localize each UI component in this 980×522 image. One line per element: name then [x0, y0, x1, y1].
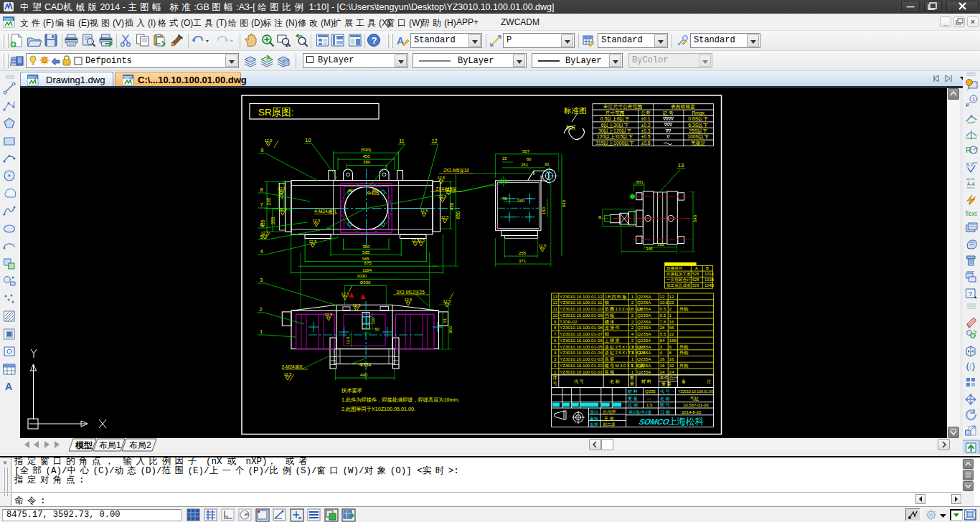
svg-text:16: 16 — [669, 319, 674, 324]
svg-text:540: 540 — [561, 199, 566, 207]
svg-text:记 号: 记 号 — [662, 110, 674, 115]
svg-text:刘二多: 刘二多 — [603, 422, 616, 427]
svg-text:A: A — [5, 381, 12, 392]
svg-text:6: 6 — [554, 338, 557, 343]
svg-text:Q235A: Q235A — [637, 319, 651, 324]
svg-text:重 量: 重 量 — [627, 396, 638, 401]
svg-text:重: 重 — [629, 375, 634, 380]
svg-text:12.5: 12.5 — [308, 239, 316, 244]
svg-text:3: 3 — [631, 306, 634, 311]
svg-text:12.5: 12.5 — [420, 209, 428, 213]
svg-text:2: 2 — [631, 300, 634, 305]
svg-text:16: 16 — [660, 356, 665, 361]
svg-text:2: 2 — [669, 306, 672, 311]
svg-text:批准: 批准 — [590, 422, 598, 427]
svg-text:10.8: 10.8 — [660, 300, 669, 305]
svg-text:12.5: 12.5 — [443, 299, 451, 303]
svg-text:2X4-M2深: 2X4-M2深 — [436, 186, 457, 192]
svg-text:Q235A: Q235A — [637, 344, 651, 349]
svg-text:11: 11 — [552, 306, 557, 311]
svg-text:9: 9 — [260, 147, 263, 153]
svg-text:12: 12 — [669, 294, 674, 299]
svg-text:12.5: 12.5 — [260, 231, 268, 235]
svg-text:YZ3010.10.100.01-06: YZ3010.10.100.01-06 — [560, 338, 603, 343]
svg-text:12.5: 12.5 — [312, 219, 320, 223]
svg-text:序: 序 — [553, 375, 557, 380]
svg-text:6.3S以下: 6.3S以下 — [688, 123, 708, 128]
svg-text:重 量: 重 量 — [661, 381, 672, 386]
svg-text:外购: 外购 — [679, 350, 688, 356]
svg-text:12.5: 12.5 — [440, 215, 448, 219]
svg-text:销: 销 — [604, 331, 611, 336]
svg-text:焊接组件: 焊接组件 — [666, 266, 683, 270]
svg-text:YZ3010.10.100.01-09: YZ3010.10.100.01-09 — [560, 313, 603, 318]
svg-text:12.5: 12.5 — [283, 372, 291, 376]
svg-text:A-A: A-A — [967, 181, 976, 186]
svg-text:Q235A: Q235A — [637, 300, 651, 305]
svg-text:上横梁: 上横梁 — [605, 338, 621, 343]
svg-text:2: 2 — [631, 363, 634, 368]
svg-text:Φ330: Φ330 — [359, 280, 371, 285]
svg-text:加工后总成重: 加工后总成重 — [666, 283, 691, 288]
svg-text:桶体: 桶体 — [605, 319, 616, 324]
svg-text:材 料: 材 料 — [641, 379, 651, 384]
svg-text:16: 16 — [669, 356, 674, 361]
svg-text:104B: 104B — [705, 283, 714, 288]
svg-text:30: 30 — [545, 162, 550, 166]
svg-text:28: 28 — [660, 325, 665, 330]
svg-text:1: 1 — [631, 369, 634, 374]
svg-text:529: 529 — [692, 283, 699, 288]
svg-text:1: 1 — [631, 356, 634, 361]
svg-text:1: 1 — [631, 294, 634, 299]
svg-text:185: 185 — [657, 242, 664, 247]
svg-text:1: 1 — [669, 313, 672, 318]
svg-text:连接件: 连接件 — [605, 325, 621, 331]
svg-text:2: 2 — [631, 325, 634, 330]
svg-text:±0.1: ±0.1 — [641, 116, 650, 121]
svg-text:4-M24通孔: 4-M24通孔 — [314, 209, 337, 214]
svg-text:7.8: 7.8 — [660, 319, 666, 324]
svg-text:12.5: 12.5 — [346, 337, 350, 345]
svg-text:技术要求: 技术要求 — [341, 387, 362, 394]
svg-text:总代理: 总代理 — [602, 410, 616, 414]
svg-text:2: 2 — [631, 338, 634, 343]
svg-text:12.5: 12.5 — [324, 313, 332, 317]
svg-text:12.5: 12.5 — [278, 186, 286, 191]
svg-text:SR原图:: SR原图: — [258, 107, 294, 118]
svg-text:30以上120以下: 30以上120以下 — [598, 128, 631, 133]
svg-text:12.5: 12.5 — [264, 138, 272, 143]
svg-text:Φ: Φ — [598, 215, 602, 219]
svg-text:设计: 设计 — [590, 409, 598, 414]
svg-text:底板: 底板 — [605, 369, 616, 374]
svg-text:10: 10 — [305, 137, 311, 143]
svg-text:(65): (65) — [636, 180, 643, 184]
svg-text:±0.2: ±0.2 — [641, 123, 650, 128]
svg-text:8: 8 — [260, 186, 263, 193]
svg-text:0.8S以下: 0.8S以下 — [688, 116, 708, 121]
svg-text:7: 7 — [554, 331, 557, 336]
svg-text:比 例: 比 例 — [628, 403, 638, 408]
svg-text:371: 371 — [519, 258, 527, 263]
svg-text:2.此图等同于X10Z100.05.01.00.: 2.此图等同于X10Z100.05.01.00. — [341, 406, 415, 412]
svg-text:轴: 轴 — [605, 300, 611, 305]
svg-text:9: 9 — [554, 319, 557, 324]
svg-text:YZ3010.10.100.01-12: YZ3010.10.100.01-12 — [560, 294, 603, 299]
svg-text:3: 3 — [554, 356, 557, 361]
svg-text:±0.8: ±0.8 — [641, 141, 650, 146]
svg-text:4: 4 — [260, 248, 263, 255]
svg-text:底梁: 底梁 — [605, 356, 616, 361]
svg-text:YZ3010.10.100.01-05: YZ3010.10.100.01-05 — [560, 344, 603, 349]
svg-text:6: 6 — [669, 344, 672, 349]
svg-text:尺寸范围: 尺寸范围 — [605, 110, 624, 116]
svg-text:12.5: 12.5 — [411, 238, 419, 242]
svg-text:22: 22 — [669, 331, 674, 336]
svg-text:2: 2 — [631, 319, 634, 324]
svg-text:1: 1 — [260, 328, 263, 335]
svg-text:YZ3010.10.100.01-11: YZ3010.10.100.01-11 — [560, 300, 603, 305]
svg-text:540: 540 — [693, 214, 697, 222]
svg-text:2: 2 — [631, 344, 634, 349]
svg-text:2: 2 — [631, 313, 634, 318]
svg-text:一次组装合计: 一次组装合计 — [666, 277, 691, 282]
svg-text:7: 7 — [260, 201, 263, 208]
svg-text:24: 24 — [669, 369, 674, 374]
